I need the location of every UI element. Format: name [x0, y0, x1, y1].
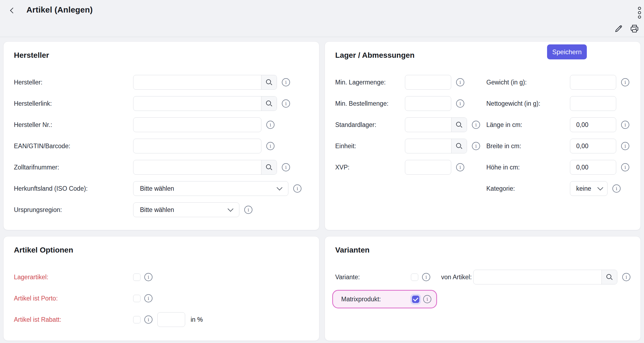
zolltarifnummer-input[interactable] [133, 160, 261, 174]
info-icon[interactable]: i [144, 294, 152, 302]
zolltarifnummer-search-button[interactable] [261, 160, 277, 174]
artikel-ist-porto-checkbox[interactable] [133, 295, 141, 302]
matrixprodukt-label: Matrixprodukt: [341, 296, 412, 303]
hersteller-nr-row: Hersteller Nr.: i [14, 117, 309, 132]
von-artikel-input[interactable] [474, 270, 602, 284]
info-icon[interactable]: i [621, 78, 629, 86]
hersteller-row: Hersteller: i [14, 75, 309, 90]
hersteller-search-button[interactable] [261, 75, 277, 89]
xvp-input[interactable] [405, 160, 451, 175]
hersteller-input-group [133, 75, 277, 90]
hoehe-input[interactable] [570, 160, 616, 175]
kebab-dot-icon [638, 16, 641, 19]
search-icon [266, 164, 272, 171]
save-button[interactable]: Speichern [547, 44, 587, 59]
info-icon[interactable]: i [422, 273, 430, 281]
breite-label: Breite in cm: [486, 142, 570, 150]
info-icon[interactable]: i [472, 121, 480, 129]
kategorie-label: Kategorie: [486, 185, 570, 192]
zolltarifnummer-input-group [133, 160, 277, 175]
info-icon[interactable]: i [621, 163, 629, 171]
info-icon[interactable]: i [266, 121, 274, 129]
info-icon[interactable]: i [266, 142, 274, 150]
artikel-ist-porto-row: Artikel ist Porto: i [14, 291, 309, 306]
pencil-icon [614, 24, 624, 34]
standardlager-input-group [405, 117, 467, 132]
herkunftsland-select[interactable]: Bitte wählen [133, 181, 288, 196]
kategorie-select[interactable]: keine [570, 181, 608, 196]
einheit-breite-row: Einheit: i Breite in cm: i [335, 139, 630, 153]
hersteller-card-title: Hersteller [14, 50, 309, 61]
lagerartikel-row: Lagerartikel: i [14, 270, 309, 284]
kebab-dot-icon [638, 11, 641, 14]
artikel-ist-porto-label: Artikel ist Porto: [14, 295, 133, 302]
hersteller-card: Hersteller Hersteller: i Herstellerlink:… [3, 41, 319, 230]
min-bestellmenge-label: Min. Bestellmenge: [335, 100, 405, 107]
herkunftsland-row: Herkunftsland (ISO Code): Bitte wählen i [14, 181, 309, 196]
hersteller-input[interactable] [133, 75, 261, 89]
von-artikel-label: von Artikel: [441, 274, 473, 281]
herstellerlink-label: Herstellerlink: [14, 100, 133, 107]
einheit-input[interactable] [405, 139, 451, 153]
variante-checkbox[interactable] [411, 274, 418, 281]
von-artikel-search-button[interactable] [602, 270, 617, 284]
zolltarifnummer-label: Zolltarifnummer: [14, 164, 133, 171]
info-icon[interactable]: i [456, 163, 464, 171]
edit-button[interactable] [614, 23, 624, 34]
info-icon[interactable]: i [244, 206, 252, 214]
info-icon[interactable]: i [282, 99, 290, 108]
min-lagermenge-label: Min. Lagermenge: [335, 79, 405, 86]
von-artikel-input-group [473, 270, 617, 284]
info-icon[interactable]: i [621, 121, 629, 129]
info-icon[interactable]: i [144, 273, 152, 281]
matrixprodukt-checkbox[interactable] [412, 296, 419, 303]
xvp-hoehe-row: XVP: i Höhe in cm: i [335, 160, 630, 175]
info-icon[interactable]: i [293, 184, 301, 193]
einheit-label: Einheit: [335, 142, 405, 150]
kebab-menu-button[interactable] [637, 6, 642, 20]
hersteller-nr-label: Hersteller Nr.: [14, 121, 133, 129]
info-icon[interactable]: i [282, 78, 290, 86]
ean-row: EAN/GTIN/Barcode: i [14, 139, 309, 153]
min-lagermenge-input[interactable] [405, 75, 451, 90]
nettogewicht-input[interactable] [570, 96, 616, 111]
info-icon[interactable]: i [423, 295, 431, 303]
laenge-input[interactable] [570, 117, 616, 132]
herkunftsland-label: Herkunftsland (ISO Code): [14, 185, 133, 192]
info-icon[interactable]: i [456, 99, 464, 108]
herstellerlink-search-button[interactable] [261, 96, 277, 111]
breite-input[interactable] [570, 139, 616, 153]
rabatt-prozent-input[interactable] [157, 312, 185, 327]
rabatt-prozent-suffix: in % [191, 316, 203, 323]
variante-label: Variante: [335, 274, 411, 281]
info-icon[interactable]: i [622, 273, 630, 281]
lager-card: Speichern Lager / Abmessungen Min. Lager… [325, 41, 641, 230]
print-button[interactable] [629, 23, 640, 34]
einheit-search-button[interactable] [451, 139, 467, 153]
artikel-ist-rabatt-checkbox[interactable] [133, 316, 141, 323]
hoehe-label: Höhe in cm: [486, 164, 570, 171]
info-icon[interactable]: i [472, 142, 480, 150]
search-icon [606, 274, 613, 280]
ursprungsregion-select[interactable]: Bitte wählen [133, 202, 239, 217]
xvp-label: XVP: [335, 164, 405, 171]
lagerartikel-checkbox[interactable] [133, 274, 141, 281]
kebab-dot-icon [638, 7, 641, 10]
hersteller-nr-input[interactable] [133, 117, 261, 132]
min-bestellmenge-input[interactable] [405, 96, 451, 111]
ean-input[interactable] [133, 139, 261, 153]
info-icon[interactable]: i [612, 184, 621, 193]
bestellmenge-nettogewicht-row: Min. Bestellmenge: i Nettogewicht (in g)… [335, 96, 630, 111]
info-icon[interactable]: i [456, 78, 464, 86]
gewicht-input[interactable] [570, 75, 616, 90]
varianten-card-title: Varianten [335, 245, 630, 256]
herstellerlink-input[interactable] [133, 96, 261, 111]
standardlager-input[interactable] [405, 118, 451, 132]
standardlager-search-button[interactable] [451, 118, 467, 132]
back-button[interactable] [8, 6, 17, 15]
herkunftsland-select-value: Bitte wählen [140, 185, 174, 192]
info-icon[interactable]: i [144, 315, 152, 324]
info-icon[interactable]: i [621, 142, 629, 150]
chevron-down-icon [228, 206, 233, 212]
info-icon[interactable]: i [282, 163, 290, 171]
